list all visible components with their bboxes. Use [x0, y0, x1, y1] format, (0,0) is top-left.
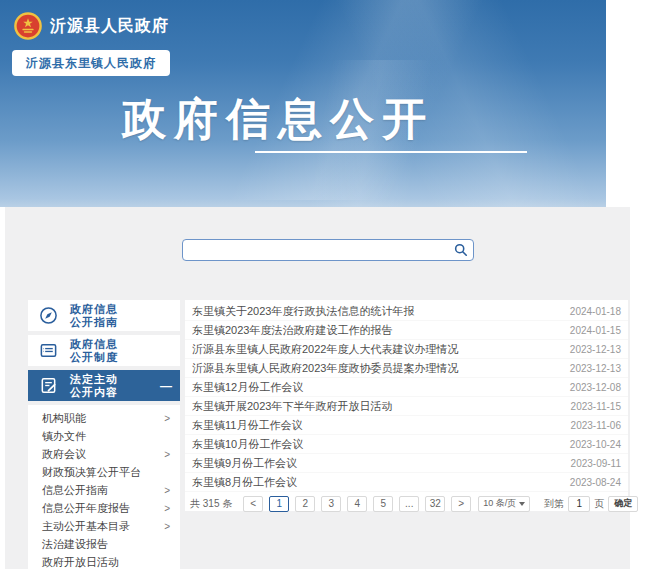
sidebar-item-label: 法定主动: [70, 373, 118, 386]
document-title[interactable]: 东里镇9月份工作会议: [192, 456, 561, 471]
pagination-next-button[interactable]: >: [451, 496, 471, 512]
sidebar: 政府信息 公开指南 政府信息 公开制度: [28, 300, 180, 569]
banner-title: 政府信息公开: [122, 90, 434, 149]
document-title[interactable]: 东里镇开展2023年下半年政府开放日活动: [192, 399, 561, 414]
sidebar-subitem-open-day[interactable]: 政府开放日活动: [28, 553, 180, 569]
pagination-page-4[interactable]: 4: [347, 496, 367, 512]
sidebar-subitem-label: 政府会议: [42, 447, 86, 462]
document-date: 2023-12-08: [570, 382, 621, 393]
chevron-right-icon: >: [164, 503, 170, 514]
collapse-indicator[interactable]: —: [160, 379, 172, 393]
document-title[interactable]: 东里镇关于2023年度行政执法信息的统计年报: [192, 304, 560, 319]
site-title: 沂源县人民政府: [50, 16, 169, 37]
chevron-right-icon: >: [164, 521, 170, 532]
sidebar-subitem-label: 主动公开基本目录: [42, 519, 130, 534]
chevron-right-icon: >: [164, 485, 170, 496]
list-item[interactable]: 沂源县东里镇人民政府2022年度人大代表建议办理情况 2023-12-13: [185, 340, 628, 359]
page: 沂源县人民政府 沂源县东里镇人民政府 政府信息公开: [0, 0, 648, 569]
document-title[interactable]: 东里镇8月份工作会议: [192, 475, 560, 490]
pagination-page-1[interactable]: 1: [269, 496, 289, 512]
document-title[interactable]: 东里镇10月份工作会议: [192, 437, 560, 452]
list-item[interactable]: 东里镇开展2023年下半年政府开放日活动 2023-11-15: [185, 397, 628, 416]
sidebar-subitem-gov-meetings[interactable]: 政府会议 >: [28, 445, 180, 463]
sidebar-subitem-town-documents[interactable]: 镇办文件: [28, 427, 180, 445]
document-list-panel: 东里镇关于2023年度行政执法信息的统计年报 2024-01-18 东里镇202…: [185, 300, 628, 511]
document-title[interactable]: 东里镇11月份工作会议: [192, 418, 561, 433]
sidebar-subitem-label: 镇办文件: [42, 429, 86, 444]
page-size-value: 10 条/页: [483, 497, 516, 510]
pagination-total: 共 315 条: [190, 497, 232, 511]
document-title[interactable]: 东里镇12月份工作会议: [192, 380, 560, 395]
search-button[interactable]: [449, 240, 473, 260]
sidebar-subitem-label: 政府开放日活动: [42, 555, 119, 569]
goto-page-input[interactable]: [568, 496, 590, 512]
chevron-down-icon: [519, 502, 525, 506]
document-date: 2023-12-13: [570, 344, 621, 355]
search-bar: [182, 239, 474, 261]
sidebar-item-disclosure-guide[interactable]: 政府信息 公开指南: [28, 300, 180, 331]
compass-icon: [38, 306, 58, 326]
pagination-page-5[interactable]: 5: [373, 496, 393, 512]
document-date: 2023-09-11: [571, 458, 621, 469]
document-title[interactable]: 沂源县东里镇人民政府2022年度人大代表建议办理情况: [192, 342, 560, 357]
pagination-goto: 到第 页 确定: [544, 496, 638, 512]
document-date: 2024-01-15: [570, 325, 621, 336]
page-size-select[interactable]: 10 条/页: [478, 496, 530, 512]
site-header: 沂源县人民政府 沂源县东里镇人民政府 政府信息公开: [0, 0, 606, 207]
sidebar-item-statutory-disclosure[interactable]: 法定主动 公开内容 —: [28, 370, 180, 401]
list-item[interactable]: 东里镇11月份工作会议 2023-11-06: [185, 416, 628, 435]
sidebar-item-label: 公开制度: [70, 351, 118, 364]
pagination-page-32[interactable]: 32: [425, 496, 445, 512]
pagination-prev-button[interactable]: <: [243, 496, 263, 512]
list-item[interactable]: 东里镇关于2023年度行政执法信息的统计年报 2024-01-18: [185, 302, 628, 321]
chevron-right-icon: >: [164, 449, 170, 460]
content-area: 政府信息 公开指南 政府信息 公开制度: [5, 207, 630, 569]
sidebar-subitem-info-guide[interactable]: 信息公开指南 >: [28, 481, 180, 499]
sidebar-subitem-label: 信息公开年度报告: [42, 501, 130, 516]
sidebar-subitem-annual-report[interactable]: 信息公开年度报告 >: [28, 499, 180, 517]
document-date: 2023-11-15: [571, 401, 621, 412]
search-icon: [454, 243, 468, 257]
sidebar-item-label: 政府信息: [70, 303, 118, 316]
site-brand[interactable]: 沂源县人民政府: [14, 12, 169, 40]
document-date: 2023-08-24: [570, 477, 621, 488]
pagination-page-2[interactable]: 2: [295, 496, 315, 512]
sub-site-badge[interactable]: 沂源县东里镇人民政府: [12, 50, 170, 76]
sidebar-subitem-budget-platform[interactable]: 财政预决算公开平台: [28, 463, 180, 481]
sidebar-subitem-org-functions[interactable]: 机构职能 >: [28, 409, 180, 427]
chevron-right-icon: >: [164, 413, 170, 424]
list-item[interactable]: 东里镇10月份工作会议 2023-10-24: [185, 435, 628, 454]
sidebar-subitem-label: 法治建设报告: [42, 537, 108, 552]
document-date: 2023-10-24: [570, 439, 621, 450]
list-item[interactable]: 东里镇2023年度法治政府建设工作的报告 2024-01-15: [185, 321, 628, 340]
pagination-ellipsis[interactable]: ...: [399, 496, 419, 512]
document-date: 2024-01-18: [570, 306, 621, 317]
document-title[interactable]: 沂源县东里镇人民政府2023年度政协委员提案办理情况: [192, 361, 560, 376]
document-list: 东里镇关于2023年度行政执法信息的统计年报 2024-01-18 东里镇202…: [185, 300, 628, 492]
goto-confirm-button[interactable]: 确定: [608, 496, 638, 512]
sidebar-subitem-label: 财政预决算公开平台: [42, 465, 141, 480]
document-date: 2023-11-06: [571, 420, 621, 431]
pagination: 共 315 条 < 1 2 3 4 5 ... 32 > 10 条/页 到第 页: [185, 495, 628, 512]
pagination-page-3[interactable]: 3: [321, 496, 341, 512]
document-list-icon: [38, 341, 58, 361]
goto-prefix-label: 到第: [544, 497, 564, 511]
search-input[interactable]: [183, 240, 449, 260]
list-item[interactable]: 东里镇9月份工作会议 2023-09-11: [185, 454, 628, 473]
sidebar-subitem-basic-catalog[interactable]: 主动公开基本目录 >: [28, 517, 180, 535]
national-emblem-logo: [14, 12, 42, 40]
clipboard-pen-icon: [38, 376, 58, 396]
list-item[interactable]: 东里镇8月份工作会议 2023-08-24: [185, 473, 628, 492]
sidebar-subitem-rule-of-law-report[interactable]: 法治建设报告: [28, 535, 180, 553]
sidebar-item-label: 公开指南: [70, 316, 118, 329]
sidebar-subitem-label: 机构职能: [42, 411, 86, 426]
banner-underline: [255, 151, 527, 153]
goto-suffix-label: 页: [594, 497, 604, 511]
sidebar-submenu: 机构职能 > 镇办文件 政府会议 > 财政预决算公开平台 信息公开指南: [28, 405, 180, 569]
document-title[interactable]: 东里镇2023年度法治政府建设工作的报告: [192, 323, 560, 338]
list-item[interactable]: 东里镇12月份工作会议 2023-12-08: [185, 378, 628, 397]
sidebar-item-disclosure-system[interactable]: 政府信息 公开制度: [28, 335, 180, 366]
sidebar-item-label: 政府信息: [70, 338, 118, 351]
list-item[interactable]: 沂源县东里镇人民政府2023年度政协委员提案办理情况 2023-12-13: [185, 359, 628, 378]
document-date: 2023-12-13: [570, 363, 621, 374]
